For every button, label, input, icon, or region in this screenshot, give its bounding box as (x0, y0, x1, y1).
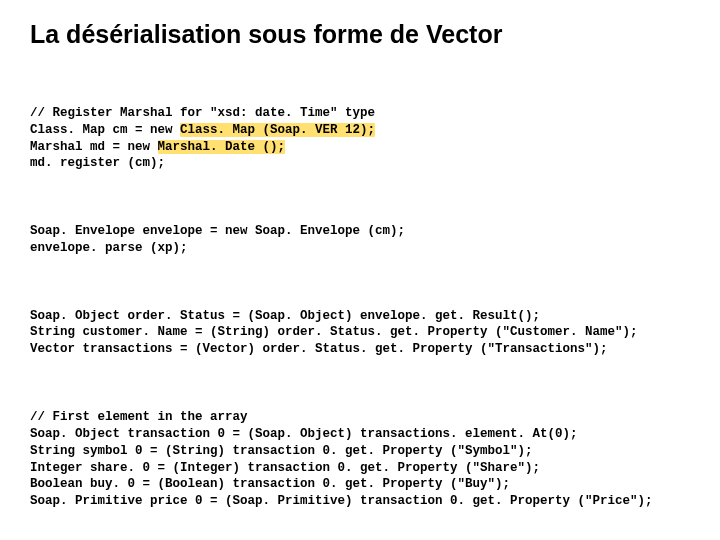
code-line: Class. Map cm = new (30, 123, 180, 137)
code-line: // Register Marshal for "xsd: date. Time… (30, 106, 375, 120)
code-line: // First element in the array (30, 410, 248, 424)
highlight: Class. Map (Soap. VER 12); (180, 123, 375, 137)
code-line: Soap. Primitive price 0 = (Soap. Primiti… (30, 494, 653, 508)
code-line: Marshal md = new (30, 140, 158, 154)
code-line: Vector transactions = (Vector) order. St… (30, 342, 608, 356)
code-section-2: Soap. Envelope envelope = new Soap. Enve… (30, 223, 690, 257)
code-section-1: // Register Marshal for "xsd: date. Time… (30, 105, 690, 173)
code-line: Integer share. 0 = (Integer) transaction… (30, 461, 540, 475)
code-line: Boolean buy. 0 = (Boolean) transaction 0… (30, 477, 510, 491)
code-line: String symbol 0 = (String) transaction 0… (30, 444, 533, 458)
code-line: Soap. Object order. Status = (Soap. Obje… (30, 309, 540, 323)
code-block: // Register Marshal for "xsd: date. Time… (30, 71, 690, 540)
code-line: String customer. Name = (String) order. … (30, 325, 645, 339)
code-line: Soap. Object transaction 0 = (Soap. Obje… (30, 427, 578, 441)
highlight: Marshal. Date (); (158, 140, 286, 154)
code-section-3: Soap. Object order. Status = (Soap. Obje… (30, 308, 690, 359)
code-line: Soap. Envelope envelope = new Soap. Enve… (30, 224, 405, 238)
code-section-4: // First element in the array Soap. Obje… (30, 409, 690, 510)
code-line: envelope. parse (xp); (30, 241, 188, 255)
code-line: md. register (cm); (30, 156, 165, 170)
slide-title: La désérialisation sous forme de Vector (30, 20, 690, 49)
slide: La désérialisation sous forme de Vector … (0, 0, 720, 540)
